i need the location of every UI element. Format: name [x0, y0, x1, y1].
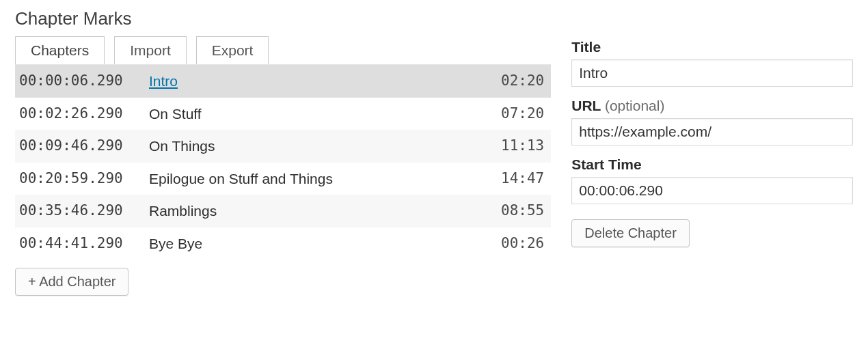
chapter-start: 00:20:59.290 — [19, 168, 149, 190]
start-time-label: Start Time — [571, 156, 853, 173]
tab-export[interactable]: Export — [196, 36, 269, 64]
chapter-title: Ramblings — [149, 200, 489, 222]
chapter-editor: Title URL (optional) Start Time Delete C… — [571, 36, 853, 247]
chapter-row[interactable]: 00:20:59.290 Epilogue on Stuff and Thing… — [15, 163, 551, 195]
chapter-start: 00:09:46.290 — [19, 135, 149, 157]
chapter-duration: 14:47 — [489, 168, 544, 190]
chapter-row[interactable]: 00:44:41.290 Bye Bye 00:26 — [15, 227, 551, 260]
chapter-link[interactable]: Intro — [149, 73, 178, 89]
chapter-duration: 11:13 — [489, 135, 544, 157]
delete-chapter-button[interactable]: Delete Chapter — [571, 219, 690, 247]
chapters-panel: Chapters Import Export 00:00:06.290 Intr… — [15, 36, 551, 296]
chapter-row[interactable]: 00:09:46.290 On Things 11:13 — [15, 130, 551, 163]
chapter-start: 00:02:26.290 — [19, 103, 149, 125]
title-input[interactable] — [571, 59, 853, 87]
chapter-title: On Things — [149, 135, 489, 157]
add-chapter-button[interactable]: + Add Chapter — [15, 268, 128, 296]
chapter-duration: 00:26 — [489, 233, 544, 255]
title-label: Title — [571, 39, 853, 55]
tab-chapters[interactable]: Chapters — [15, 36, 105, 64]
chapter-row[interactable]: 00:00:06.290 Intro 02:20 — [15, 65, 551, 98]
chapter-title: On Stuff — [149, 103, 489, 125]
chapter-duration: 07:20 — [489, 103, 544, 125]
chapter-start: 00:00:06.290 — [19, 70, 149, 92]
chapter-row[interactable]: 00:02:26.290 On Stuff 07:20 — [15, 98, 551, 130]
chapter-title: Epilogue on Stuff and Things — [149, 168, 489, 190]
page-title: Chapter Marks — [15, 8, 853, 29]
url-input[interactable] — [571, 118, 853, 145]
url-label: URL (optional) — [571, 98, 853, 114]
chapter-duration: 02:20 — [489, 70, 544, 92]
tabs: Chapters Import Export — [15, 36, 551, 64]
chapter-start: 00:35:46.290 — [19, 200, 149, 222]
chapter-title: Bye Bye — [149, 233, 489, 255]
tab-import[interactable]: Import — [114, 36, 187, 64]
chapter-title: Intro — [149, 70, 489, 92]
start-time-input[interactable] — [571, 177, 853, 204]
chapter-start: 00:44:41.290 — [19, 233, 149, 255]
chapter-row[interactable]: 00:35:46.290 Ramblings 08:55 — [15, 195, 551, 227]
chapter-duration: 08:55 — [489, 200, 544, 222]
chapter-list: 00:00:06.290 Intro 02:20 00:02:26.290 On… — [15, 64, 551, 260]
